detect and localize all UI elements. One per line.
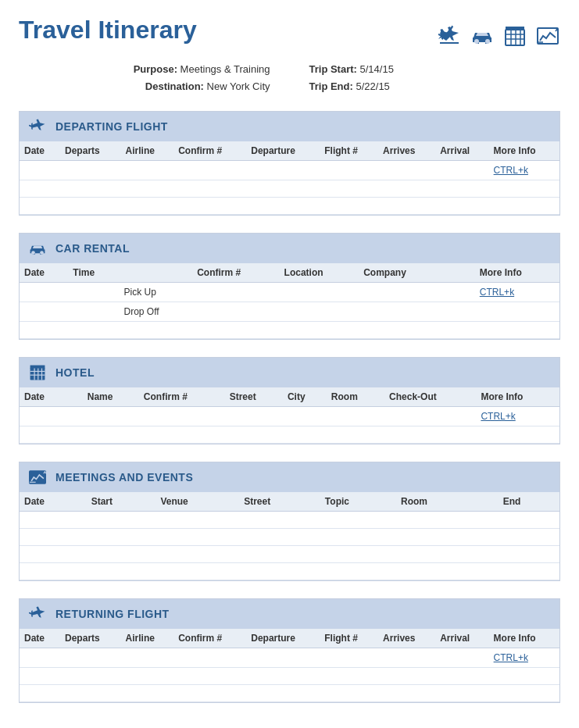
table-row-pickup: Pick Up CTRL+k xyxy=(20,283,559,302)
col-empty xyxy=(477,492,499,512)
ctrl-link-departing[interactable]: CTRL+k xyxy=(494,165,528,176)
meetings-header: MEETINGS AND EVENTS xyxy=(20,462,559,492)
trip-end-label: Trip End: xyxy=(309,80,353,92)
ctrl-link-returning[interactable]: CTRL+k xyxy=(494,652,528,663)
col-date: Date xyxy=(20,141,60,161)
col-airline: Airline xyxy=(121,629,174,648)
meetings-header-row: Date Start Venue Street Topic Room End xyxy=(20,492,559,512)
purpose-value: Meetings & Training xyxy=(180,63,270,75)
departing-flight-title: DEPARTING FLIGHT xyxy=(55,120,168,133)
returning-flight-table: Date Departs Airline Confirm # Departure… xyxy=(20,629,559,702)
table-row xyxy=(20,512,559,529)
col-venue: Venue xyxy=(155,492,239,512)
col-arrival: Arrival xyxy=(435,141,488,161)
returning-flight-title: RETURNING FLIGHT xyxy=(55,608,170,620)
calendar-icon xyxy=(535,22,560,47)
departing-flight-header-row: Date Departs Airline Confirm # Departure… xyxy=(20,141,559,161)
table-row xyxy=(20,426,559,444)
car-rental-header: CAR RENTAL xyxy=(20,234,559,263)
hotel-header: HOTEL xyxy=(20,358,559,387)
meetings-table: Date Start Venue Street Topic Room End xyxy=(20,492,559,580)
col-airline: Airline xyxy=(121,141,174,161)
col-flight: Flight # xyxy=(320,629,378,648)
car-rental-section: CAR RENTAL Date Time Confirm # Location … xyxy=(19,233,560,340)
col-street: Street xyxy=(225,387,283,407)
departing-flight-table: Date Departs Airline Confirm # Departure… xyxy=(20,141,559,215)
col-arrives: Arrives xyxy=(378,629,435,648)
car-rental-icon xyxy=(27,240,48,257)
col-start: Start xyxy=(87,492,156,512)
col-date: Date xyxy=(20,387,67,407)
col-empty xyxy=(120,263,193,283)
table-row xyxy=(20,180,559,198)
col-topic: Topic xyxy=(320,492,396,512)
ctrl-link-car[interactable]: CTRL+k xyxy=(480,287,514,298)
col-street: Street xyxy=(239,492,320,512)
trip-info-right: Trip Start: 5/14/15 Trip End: 5/22/15 xyxy=(278,61,561,95)
header-icons xyxy=(437,16,560,47)
returning-flight-icon xyxy=(27,605,48,623)
pickup-label: Pick Up xyxy=(120,283,193,302)
col-more-info: More Info xyxy=(476,387,559,407)
svg-rect-19 xyxy=(30,366,45,369)
meetings-title: MEETINGS AND EVENTS xyxy=(55,471,193,484)
hotel-icon xyxy=(27,364,48,381)
col-date: Date xyxy=(20,263,68,283)
col-name: Name xyxy=(83,387,139,407)
trip-info: Purpose: Meetings & Training Destination… xyxy=(19,61,560,95)
col-end: End xyxy=(499,492,559,512)
destination-label: Destination: xyxy=(145,80,204,92)
col-departure: Departure xyxy=(246,141,320,161)
col-confirm: Confirm # xyxy=(192,263,279,283)
hotel-table: Date Name Confirm # Street City Room Che… xyxy=(20,387,559,444)
table-row: CTRL+k xyxy=(20,648,559,668)
trip-info-left: Purpose: Meetings & Training Destination… xyxy=(19,61,278,95)
col-confirm: Confirm # xyxy=(139,387,225,407)
col-arrival: Arrival xyxy=(435,629,488,648)
ctrl-link-hotel[interactable]: CTRL+k xyxy=(481,411,515,422)
svg-rect-13 xyxy=(30,368,45,380)
col-departs: Departs xyxy=(60,629,121,648)
col-date: Date xyxy=(20,492,87,512)
hotel-title: HOTEL xyxy=(55,366,95,379)
col-departure: Departure xyxy=(246,629,320,648)
returning-flight-header-row: Date Departs Airline Confirm # Departure… xyxy=(20,629,559,648)
table-row xyxy=(20,563,559,580)
car-rental-title: CAR RENTAL xyxy=(55,242,130,255)
col-city: City xyxy=(283,387,327,407)
col-arrives: Arrives xyxy=(378,141,435,161)
trip-start-label: Trip Start: xyxy=(309,63,357,75)
col-date: Date xyxy=(20,629,60,648)
plane-icon xyxy=(437,22,462,47)
col-location: Location xyxy=(280,263,359,283)
departing-flight-section: DEPARTING FLIGHT Date Departs Airline Co… xyxy=(19,111,560,216)
trip-start-value: 5/14/15 xyxy=(360,63,394,75)
col-more-info: More Info xyxy=(489,629,559,648)
hotel-section: HOTEL Date Name Confirm # Street City Ro… xyxy=(19,357,560,444)
col-confirm: Confirm # xyxy=(173,629,246,648)
col-confirm: Confirm # xyxy=(173,141,246,161)
departing-flight-header: DEPARTING FLIGHT xyxy=(20,112,559,141)
table-row xyxy=(20,529,559,546)
meetings-section: MEETINGS AND EVENTS Date Start Venue Str… xyxy=(19,462,560,581)
car-rental-header-row: Date Time Confirm # Location Company Mor… xyxy=(20,263,559,283)
dropoff-label: Drop Off xyxy=(120,302,193,322)
table-row-dropoff: Drop Off xyxy=(20,302,559,322)
meetings-icon xyxy=(27,469,48,486)
trip-end-value: 5/22/15 xyxy=(356,80,389,92)
col-room: Room xyxy=(327,387,384,407)
table-row xyxy=(20,546,559,563)
table-row xyxy=(20,198,559,215)
page-header: Travel Itinerary xyxy=(19,16,560,47)
page-title: Travel Itinerary xyxy=(19,16,197,45)
table-row xyxy=(20,322,559,339)
col-more-info: More Info xyxy=(489,141,559,161)
returning-flight-header: RETURNING FLIGHT xyxy=(20,599,559,629)
returning-flight-section: RETURNING FLIGHT Date Departs Airline Co… xyxy=(19,598,560,703)
svg-point-11 xyxy=(31,251,35,255)
table-row xyxy=(20,685,559,702)
col-time: Time xyxy=(68,263,119,283)
col-departs: Departs xyxy=(60,141,121,161)
col-checkout: Check-Out xyxy=(384,387,476,407)
hotel-header-row: Date Name Confirm # Street City Room Che… xyxy=(20,387,559,407)
